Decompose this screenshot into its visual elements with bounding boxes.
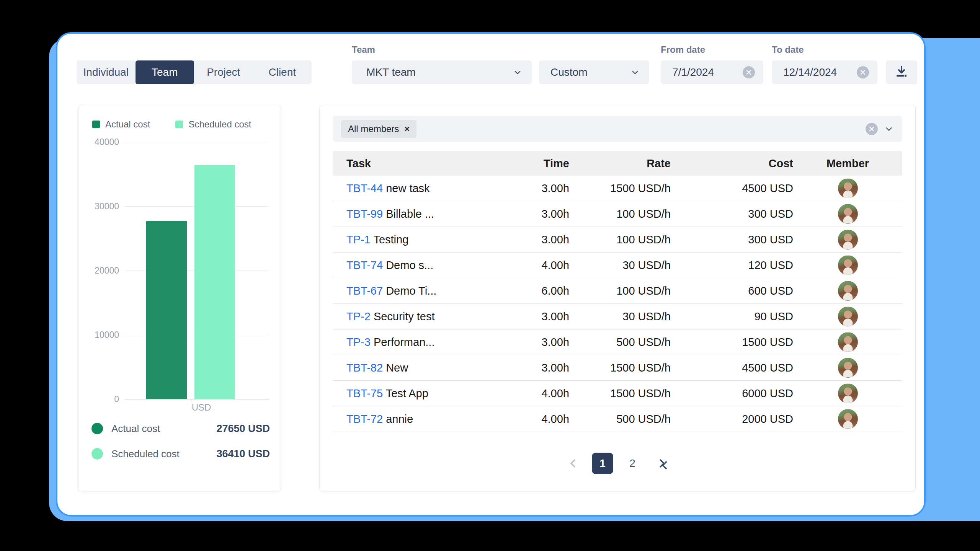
team-select[interactable]: MKT team bbox=[352, 60, 532, 84]
table-row: TBT-99 Billable ...3.00h100 USD/h300 USD bbox=[333, 201, 902, 227]
table-row: TBT-72 annie4.00h500 USD/h2000 USD bbox=[333, 406, 902, 432]
time-cell: 3.00h bbox=[487, 182, 569, 195]
rate-cell: 1500 USD/h bbox=[569, 362, 671, 374]
legend-label: Scheduled cost bbox=[188, 119, 251, 130]
rate-cell: 100 USD/h bbox=[569, 233, 671, 246]
chip-remove-icon[interactable]: × bbox=[404, 124, 410, 134]
chevron-down-icon[interactable] bbox=[885, 125, 893, 133]
x-axis-category: USD bbox=[124, 402, 278, 413]
column-header-member: Member bbox=[793, 157, 902, 170]
y-axis-tick-label: 30000 bbox=[86, 201, 119, 212]
task-cell: TBT-74 Demo s... bbox=[333, 259, 487, 272]
members-filter-controls bbox=[866, 123, 902, 135]
column-header-cost: Cost bbox=[671, 157, 793, 170]
table-row: TP-2 Security test3.00h30 USD/h90 USD bbox=[333, 304, 902, 329]
rate-cell: 1500 USD/h bbox=[569, 387, 671, 400]
page-2[interactable]: 2 bbox=[622, 453, 643, 474]
clear-to-date-icon[interactable] bbox=[857, 66, 869, 78]
legend-label: Actual cost bbox=[105, 119, 150, 130]
range-select[interactable]: Custom bbox=[539, 60, 649, 84]
avatar bbox=[838, 178, 858, 198]
prev-page-icon[interactable] bbox=[567, 458, 579, 469]
task-link[interactable]: TBT-67 bbox=[346, 285, 383, 297]
summary-label: Actual cost bbox=[111, 423, 216, 435]
app-card: IndividualTeamProjectClient Team MKT tea… bbox=[56, 32, 926, 517]
legend-item: Scheduled cost bbox=[175, 119, 251, 130]
summary-row: Scheduled cost36410 USD bbox=[91, 441, 270, 466]
from-date-input[interactable]: 7/1/2024 bbox=[661, 60, 763, 84]
member-cell bbox=[793, 358, 902, 378]
avatar bbox=[838, 281, 858, 301]
task-link[interactable]: TBT-44 bbox=[346, 182, 383, 194]
tab-client[interactable]: Client bbox=[253, 60, 312, 84]
member-cell bbox=[793, 281, 902, 301]
gridline bbox=[124, 399, 269, 399]
table-row: TP-1 Testing3.00h100 USD/h300 USD bbox=[333, 227, 902, 253]
member-chip[interactable]: All members × bbox=[341, 120, 416, 138]
task-link[interactable]: TBT-99 bbox=[346, 208, 383, 220]
table-row: TP-3 Performan...3.00h500 USD/h1500 USD bbox=[333, 329, 902, 355]
column-header-rate: Rate bbox=[569, 157, 671, 170]
task-link[interactable]: TBT-82 bbox=[346, 362, 383, 374]
to-date-value: 12/14/2024 bbox=[772, 66, 857, 78]
tab-individual[interactable]: Individual bbox=[77, 60, 136, 84]
task-link[interactable]: TBT-74 bbox=[346, 259, 383, 271]
y-axis-tick-label: 0 bbox=[86, 394, 119, 404]
download-button[interactable] bbox=[886, 60, 917, 84]
task-link[interactable]: TP-2 bbox=[346, 310, 371, 323]
member-cell bbox=[793, 178, 902, 198]
avatar bbox=[838, 383, 858, 403]
task-link[interactable]: TBT-75 bbox=[346, 387, 383, 399]
clear-members-icon[interactable] bbox=[866, 123, 878, 135]
cost-cell: 600 USD bbox=[671, 285, 793, 297]
members-filter[interactable]: All members × bbox=[333, 116, 902, 142]
column-header-task: Task bbox=[333, 157, 487, 170]
cost-cell: 1500 USD bbox=[671, 336, 793, 349]
next-page-icon[interactable] bbox=[656, 458, 668, 469]
task-link[interactable]: TBT-72 bbox=[346, 413, 383, 425]
tab-team[interactable]: Team bbox=[136, 60, 194, 84]
pagination: 12 bbox=[320, 453, 915, 474]
team-select-value: MKT team bbox=[352, 66, 513, 78]
task-cell: TBT-99 Billable ... bbox=[333, 208, 487, 220]
member-cell bbox=[793, 204, 902, 224]
y-axis-tick-label: 40000 bbox=[86, 137, 119, 147]
time-cell: 4.00h bbox=[487, 387, 569, 400]
from-date-label: From date bbox=[661, 44, 705, 55]
avatar bbox=[838, 230, 858, 249]
cost-cell: 2000 USD bbox=[671, 413, 793, 425]
page-numbers: 12 bbox=[592, 453, 643, 474]
member-cell bbox=[793, 230, 902, 249]
summary-value: 27650 USD bbox=[216, 423, 270, 435]
rate-cell: 1500 USD/h bbox=[569, 182, 671, 195]
cost-cell: 4500 USD bbox=[671, 182, 793, 195]
member-cell bbox=[793, 409, 902, 429]
legend-swatch bbox=[92, 121, 100, 128]
cost-cell: 300 USD bbox=[671, 208, 793, 220]
time-cell: 3.00h bbox=[487, 233, 569, 246]
summary-dot bbox=[91, 448, 103, 460]
rate-cell: 100 USD/h bbox=[569, 208, 671, 220]
cost-cell: 120 USD bbox=[671, 259, 793, 272]
tasks-table: TaskTimeRateCostMember TBT-44 new task3.… bbox=[333, 151, 902, 432]
task-link[interactable]: TP-3 bbox=[346, 336, 371, 348]
download-icon bbox=[895, 65, 908, 80]
time-cell: 3.00h bbox=[487, 336, 569, 349]
rate-cell: 500 USD/h bbox=[569, 413, 671, 425]
cost-cell: 300 USD bbox=[671, 233, 793, 246]
table-body: TBT-44 new task3.00h1500 USD/h4500 USDTB… bbox=[333, 176, 902, 432]
summary-value: 36410 USD bbox=[216, 448, 270, 460]
clear-from-date-icon[interactable] bbox=[743, 66, 755, 78]
to-date-input[interactable]: 12/14/2024 bbox=[772, 60, 877, 84]
task-cell: TP-3 Performan... bbox=[333, 336, 487, 349]
task-link[interactable]: TP-1 bbox=[346, 233, 371, 246]
legend-swatch bbox=[175, 121, 183, 128]
task-cell: TP-2 Security test bbox=[333, 310, 487, 323]
chevron-down-icon bbox=[513, 68, 522, 77]
task-cell: TP-1 Testing bbox=[333, 233, 487, 246]
tab-project[interactable]: Project bbox=[194, 60, 253, 84]
rate-cell: 30 USD/h bbox=[569, 259, 671, 272]
tasks-panel: All members × TaskTimeRateCostMember TBT… bbox=[319, 105, 916, 491]
view-tabs: IndividualTeamProjectClient bbox=[77, 60, 312, 84]
page-1[interactable]: 1 bbox=[592, 453, 613, 474]
